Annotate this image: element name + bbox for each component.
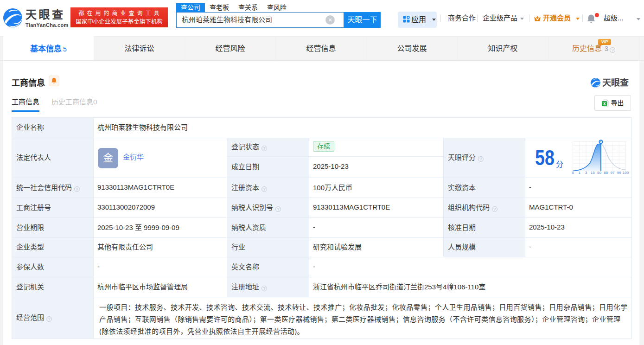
svg-text:99: 99 [617,171,621,175]
svg-text:100: 100 [623,171,629,175]
svg-text:15: 15 [591,171,595,175]
svg-text:97: 97 [611,171,615,175]
svg-text:50: 50 [597,171,601,175]
svg-text:0: 0 [572,171,574,175]
svg-text:1: 1 [578,171,580,175]
svg-text:85: 85 [604,171,608,175]
svg-text:3: 3 [585,171,587,175]
